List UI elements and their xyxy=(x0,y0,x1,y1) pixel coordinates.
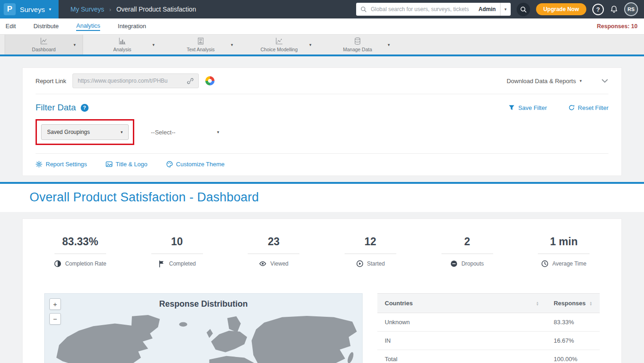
top-navigation-bar: P Surveys ▾ My Surveys › Overall Product… xyxy=(0,0,644,18)
stat-completion-rate: 83.33% Completion Rate xyxy=(32,236,129,267)
divider xyxy=(441,254,493,254)
search-scope-dropdown[interactable]: ▾ xyxy=(500,3,511,16)
gear-icon xyxy=(36,161,42,168)
report-link-url[interactable]: https://www.questionpro.com/t/PHBu xyxy=(78,78,183,84)
search-icon xyxy=(520,6,527,13)
tab-text-analysis[interactable]: Text Analysis ▾ xyxy=(161,35,240,54)
link-icon[interactable] xyxy=(187,78,194,85)
table-header-row: Countries ▲ ▼ Responses xyxy=(377,294,600,313)
tab-choice-modelling[interactable]: Choice Modelling ▾ xyxy=(240,35,318,54)
caret-down-icon[interactable]: ▾ xyxy=(231,42,233,47)
tab-label: Choice Modelling xyxy=(261,47,298,52)
report-settings-link[interactable]: Report Settings xyxy=(36,161,87,168)
filter-data-title: Filter Data xyxy=(36,103,76,113)
continents[interactable] xyxy=(56,315,357,363)
palette-icon xyxy=(166,161,173,168)
stats-row: 83.33% Completion Rate 10 Completed 23 V… xyxy=(23,236,621,267)
collapse-panel-button[interactable] xyxy=(601,79,608,83)
sort-icon[interactable]: ▲ ▼ xyxy=(590,301,592,306)
stat-label: Viewed xyxy=(270,260,288,267)
product-switcher[interactable]: P Surveys ▾ xyxy=(0,0,59,18)
customize-theme-label: Customize Theme xyxy=(176,161,225,168)
map-title: Response Distribution xyxy=(45,299,362,309)
caret-down-icon[interactable]: ▾ xyxy=(388,42,390,47)
grouping-select-value: --Select-- xyxy=(151,129,175,136)
refresh-icon xyxy=(568,104,575,111)
analytics-toolbar: Dashboard ▾ Analysis ▾ Text Analysis ▾ C… xyxy=(0,34,644,54)
global-search-input[interactable] xyxy=(370,6,476,13)
world-map[interactable] xyxy=(45,314,362,363)
menu-item-edit[interactable]: Edit xyxy=(6,23,16,30)
responses-cell: 16.67% xyxy=(546,332,600,350)
reset-filter-button[interactable]: Reset Filter xyxy=(568,104,608,111)
saved-groupings-select[interactable]: Saved Groupings ▾ xyxy=(41,124,129,140)
responses-count: Responses: 10 xyxy=(597,23,638,30)
download-data-reports-dropdown[interactable]: Download Data & Reports ▾ xyxy=(507,78,582,85)
menu-item-analytics[interactable]: Analytics xyxy=(76,22,100,31)
responses-cell: 100.00% xyxy=(546,350,600,363)
search-scope-label[interactable]: Admin xyxy=(478,6,495,12)
visualizations-row: + − Response Distribution xyxy=(23,293,621,363)
grouping-value-select[interactable]: --Select-- ▾ xyxy=(145,124,225,140)
tab-dashboard[interactable]: Dashboard ▾ xyxy=(5,35,83,54)
search-button[interactable] xyxy=(517,3,530,16)
help-button[interactable]: ? xyxy=(592,4,604,15)
dashboard-title-band: Overall Product Satisfaction - Dashboard xyxy=(0,182,644,212)
stat-label: Completed xyxy=(169,260,196,267)
map-zoom-controls: + − xyxy=(49,298,61,325)
upgrade-now-button[interactable]: Upgrade Now xyxy=(536,3,586,15)
search-icon xyxy=(360,6,367,12)
dashboard-chart-icon xyxy=(39,37,48,45)
filter-help-icon[interactable]: ? xyxy=(81,104,89,112)
notifications-button[interactable] xyxy=(610,5,618,13)
breadcrumb-my-surveys[interactable]: My Surveys xyxy=(71,6,104,13)
report-link-row: Report Link https://www.questionpro.com/… xyxy=(23,68,621,94)
caret-down-icon[interactable]: ▾ xyxy=(309,42,311,47)
avatar-initials: RS xyxy=(627,6,634,12)
sort-icon[interactable]: ▲ ▼ xyxy=(536,301,539,306)
responses-cell: 83.33% xyxy=(546,313,600,332)
toolbar-accent-bar xyxy=(0,54,644,56)
stat-dropouts: 2 Dropouts xyxy=(419,236,516,267)
questionpro-logo: P xyxy=(4,3,16,15)
save-filter-button[interactable]: Save Filter xyxy=(508,104,547,111)
report-settings-label: Report Settings xyxy=(46,161,87,168)
caret-down-icon: ▾ xyxy=(49,7,51,12)
column-header-countries[interactable]: Countries ▲ ▼ xyxy=(377,294,546,313)
google-review-icon[interactable] xyxy=(205,76,215,85)
clock-icon xyxy=(541,260,549,267)
menu-item-distribute[interactable]: Distribute xyxy=(33,23,59,30)
help-label: ? xyxy=(596,6,600,13)
response-distribution-map: + − Response Distribution xyxy=(44,293,363,363)
filter-header: Filter Data ? Save Filter Reset Filter xyxy=(23,94,621,113)
column-header-responses[interactable]: Responses ▲ ▼ xyxy=(546,294,600,313)
country-cell: Total xyxy=(377,350,546,363)
flag-icon xyxy=(158,260,165,267)
title-logo-link[interactable]: Title & Logo xyxy=(106,161,148,168)
analysis-chart-icon xyxy=(118,37,127,45)
countries-table-panel: Countries ▲ ▼ Responses xyxy=(377,293,600,363)
global-search-box[interactable]: Admin xyxy=(356,3,500,16)
sort-down-icon: ▼ xyxy=(536,303,539,306)
report-link-input[interactable]: https://www.questionpro.com/t/PHBu xyxy=(72,73,199,88)
user-avatar[interactable]: RS xyxy=(624,2,638,16)
download-label: Download Data & Reports xyxy=(507,78,576,85)
table-row: Unknown 83.33% xyxy=(377,313,600,332)
zoom-out-button[interactable]: − xyxy=(49,313,61,325)
stat-value: 1 min xyxy=(515,236,612,248)
stat-average-time: 1 min Average Time xyxy=(515,236,612,267)
customize-theme-link[interactable]: Customize Theme xyxy=(166,161,225,168)
stat-label: Completion Rate xyxy=(65,260,106,267)
database-icon xyxy=(353,37,362,45)
funnel-icon xyxy=(508,104,515,111)
caret-down-icon[interactable]: ▾ xyxy=(152,42,155,47)
tab-manage-data[interactable]: Manage Data ▾ xyxy=(318,35,397,54)
tab-analysis[interactable]: Analysis ▾ xyxy=(83,35,161,54)
tab-label: Manage Data xyxy=(343,47,372,52)
menu-item-integration[interactable]: Integration xyxy=(118,23,146,30)
zoom-in-button[interactable]: + xyxy=(49,298,61,310)
divider xyxy=(248,254,299,254)
country-cell: IN xyxy=(377,332,546,350)
divider xyxy=(54,254,106,254)
caret-down-icon[interactable]: ▾ xyxy=(73,42,76,47)
